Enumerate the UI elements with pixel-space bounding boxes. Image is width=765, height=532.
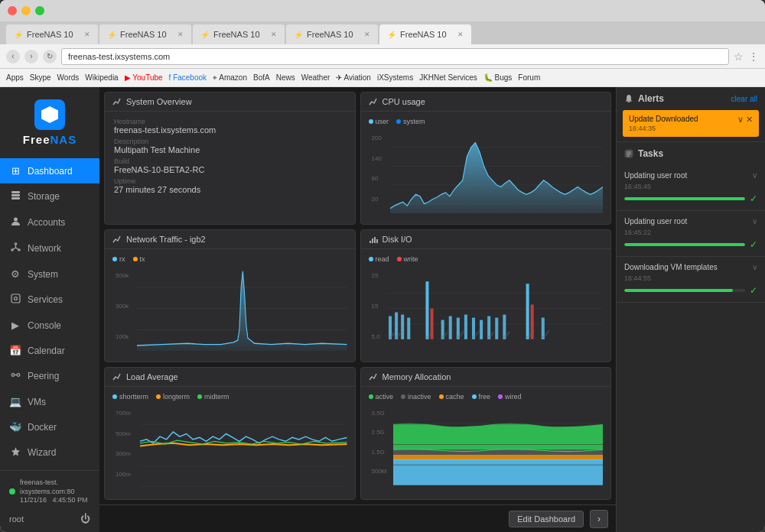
network-y-labels: 500k300k100k — [116, 272, 129, 340]
longterm-line — [140, 443, 347, 446]
tasks-header: Tasks — [617, 142, 765, 165]
build-value: FreeNAS-10-BETA2-RC — [114, 165, 346, 174]
bookmark-youtube[interactable]: ▶ YouTube — [125, 73, 163, 82]
sidebar-item-docker[interactable]: 🐳 Docker — [0, 414, 99, 440]
calendar-icon: 📅 — [9, 345, 21, 356]
bookmark-apps[interactable]: Apps — [6, 73, 24, 82]
bookmark-jkhnet[interactable]: JKHNet Services — [419, 73, 477, 82]
tab-close-3[interactable]: ✕ — [271, 31, 277, 38]
bell-icon — [624, 94, 633, 103]
description-row: Description Multipath Test Machine — [114, 138, 346, 154]
status-dot — [9, 488, 15, 495]
clear-all-button[interactable]: clear all — [731, 95, 757, 103]
sidebar-item-system[interactable]: ⚙ System — [0, 261, 99, 287]
mem-legend-inactive: inactive — [401, 393, 431, 401]
svg-rect-32 — [401, 315, 404, 339]
alert-close-button[interactable]: ✕ — [746, 115, 753, 125]
write-label: write — [404, 255, 418, 263]
bookmark-news[interactable]: News — [276, 73, 295, 82]
sidebar-item-dashboard[interactable]: ⊞ Dashboard — [0, 158, 99, 183]
chart-icon — [112, 97, 122, 106]
alert-expand-button[interactable]: ∨ — [737, 115, 744, 125]
sidebar-label-storage: Storage — [28, 191, 60, 202]
bookmark-words[interactable]: Words — [57, 73, 80, 82]
bookmark-ixsystems[interactable]: iXSystems — [377, 73, 413, 82]
maximize-window-button[interactable] — [35, 6, 44, 15]
close-window-button[interactable] — [8, 6, 17, 15]
sidebar-item-console[interactable]: ▶ Console — [0, 313, 99, 338]
load-y-labels: 700m500m300m100m — [116, 410, 131, 478]
next-arrow-button[interactable]: › — [590, 510, 608, 528]
tab-close-4[interactable]: ✕ — [364, 31, 370, 38]
logo-text: FreeNAS — [23, 133, 76, 146]
user-label: user — [376, 118, 389, 125]
edit-dashboard-button[interactable]: Edit Dashboard — [509, 511, 584, 527]
dashboard-footer: Edit Dashboard › — [99, 504, 616, 532]
forward-button[interactable]: › — [24, 50, 38, 63]
alerts-section: Alerts clear all Update Downloaded 16:44… — [617, 87, 765, 142]
sidebar-item-network[interactable]: Network — [0, 235, 99, 261]
sidebar-item-peering[interactable]: Peering — [0, 363, 99, 389]
bookmark-weather[interactable]: Weather — [301, 73, 330, 82]
bookmark-wikipedia[interactable]: Wikipedia — [85, 73, 118, 82]
network-traffic-header: Network Traffic - igb2 — [105, 230, 355, 249]
browser-tab-4[interactable]: ⚡ FreeNAS 10 ✕ — [286, 24, 378, 44]
bookmark-bugs[interactable]: 🐛 Bugs — [483, 73, 513, 82]
sidebar-label-system: System — [28, 269, 58, 280]
widget-system-overview: System Overview Hostname freenas-test.ix… — [104, 92, 356, 225]
minimize-window-button[interactable] — [21, 6, 31, 15]
svg-rect-41 — [480, 320, 483, 339]
power-button[interactable]: ⏻ — [80, 513, 90, 524]
cpu-chart-container: 2001408020 — [369, 128, 604, 213]
address-box[interactable]: freenas-test.ixsystems.com — [61, 48, 729, 65]
sidebar-item-services[interactable]: Services — [0, 287, 99, 313]
bookmark-skype[interactable]: Skype — [30, 73, 51, 82]
task-2-expand[interactable]: ∨ — [752, 217, 757, 225]
task-1-header: Updating user root ∨ — [624, 171, 757, 180]
task-3-expand[interactable]: ∨ — [752, 263, 757, 271]
browser-tab-3[interactable]: ⚡ FreeNAS 10 ✕ — [193, 24, 285, 44]
address-bar-row: ‹ › ↻ freenas-test.ixsystems.com ☆ ⋮ — [0, 44, 765, 69]
tab-favicon-3: ⚡ — [200, 31, 210, 39]
cpu-y-labels: 2001408020 — [372, 135, 382, 203]
tab-close-2[interactable]: ✕ — [177, 31, 184, 38]
task-2-progress: ✓ — [624, 239, 757, 250]
cpu-legend: user system — [369, 118, 604, 125]
task-2-name: Updating user root — [624, 217, 687, 225]
hostname-row: Hostname freenas-test.ixsystems.com — [114, 118, 346, 135]
sidebar-item-calendar[interactable]: 📅 Calendar — [0, 338, 99, 363]
browser-tab-1[interactable]: ⚡ FreeNAS 10 ✕ — [6, 24, 98, 44]
hostname-value: freenas-test.ixsystems.com — [114, 125, 346, 135]
disk-chart-icon — [369, 235, 378, 244]
active-label: active — [376, 393, 394, 401]
load-average-title: Load Average — [126, 372, 178, 381]
user-row: root ⏻ — [9, 508, 90, 524]
menu-icon[interactable]: ⋮ — [748, 50, 759, 63]
sidebar-item-storage[interactable]: Storage — [0, 183, 99, 209]
disk-io-header: Disk I/O — [361, 230, 611, 249]
task-1-expand[interactable]: ∨ — [752, 171, 757, 180]
tab-close-5[interactable]: ✕ — [457, 31, 464, 38]
network-legend-rx: rx — [112, 255, 125, 263]
browser-tab-5[interactable]: ⚡ FreeNAS 10 ✕ — [379, 24, 471, 44]
bookmark-facebook[interactable]: f Facebook — [169, 73, 207, 82]
load-chart-svg — [112, 404, 347, 488]
tab-close-1[interactable]: ✕ — [84, 31, 90, 38]
connection-text: freenas-test.ixsystems.com:80 11/21/16 4… — [20, 478, 88, 505]
star-icon[interactable]: ☆ — [734, 50, 744, 63]
bookmark-amazon[interactable]: ⌖ Amazon — [213, 73, 247, 83]
alert-text-1: Update Downloaded — [629, 115, 734, 123]
free-area — [393, 460, 604, 485]
svg-point-11 — [14, 297, 17, 300]
sidebar-item-accounts[interactable]: Accounts — [0, 209, 99, 235]
reload-button[interactable]: ↻ — [43, 50, 57, 63]
browser-tab-2[interactable]: ⚡ FreeNAS 10 ✕ — [99, 24, 191, 44]
svg-point-3 — [14, 218, 18, 222]
bookmark-forum[interactable]: Forum — [518, 73, 540, 82]
bookmark-aviation[interactable]: ✈ Aviation — [336, 73, 371, 82]
load-legend-short: shortterm — [112, 393, 148, 401]
sidebar-item-vms[interactable]: 💻 VMs — [0, 389, 99, 414]
bookmark-bofa[interactable]: BofA — [253, 73, 270, 82]
back-button[interactable]: ‹ — [6, 50, 20, 63]
sidebar-item-wizard[interactable]: Wizard — [0, 440, 99, 466]
